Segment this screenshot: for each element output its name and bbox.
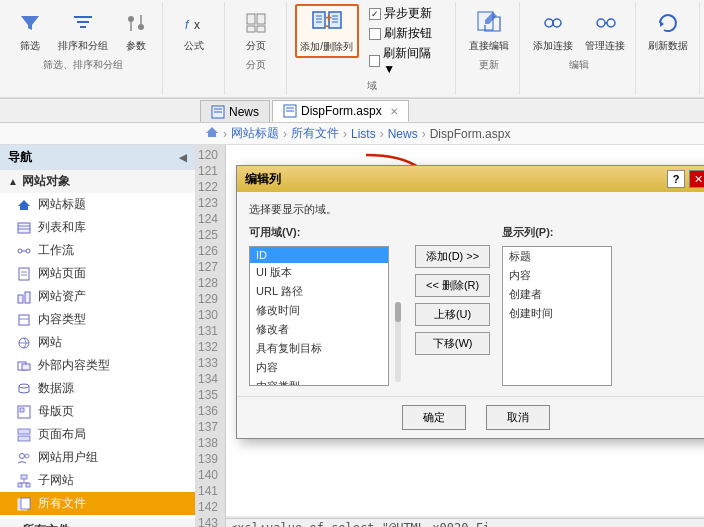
field-ui-version[interactable]: UI 版本 — [250, 263, 388, 282]
list-icon — [16, 220, 32, 236]
params-button[interactable]: 参数 — [115, 4, 157, 56]
paginate-button-label: 分页 — [246, 39, 266, 53]
move-up-button[interactable]: 上移(U) — [415, 303, 490, 326]
connection-group: 添加连接 管理连接 编辑 — [522, 2, 635, 95]
formula-button[interactable]: fx 公式 — [173, 4, 215, 56]
filter-button[interactable]: 筛选 — [9, 4, 51, 56]
svg-text:-: - — [325, 19, 329, 33]
assets-icon — [16, 289, 32, 305]
news-tab-icon — [211, 105, 225, 119]
dialog-close-button[interactable]: ✕ — [689, 170, 704, 188]
svg-rect-13 — [313, 12, 325, 28]
nav-item-site-users[interactable]: 网站用户组 — [0, 446, 195, 469]
files-icon — [16, 496, 32, 512]
svg-rect-46 — [18, 295, 23, 303]
paginate-group-label: 分页 — [246, 58, 266, 72]
nav-item-site-users-label: 网站用户组 — [38, 449, 98, 466]
main-area: 导航 ◀ ▲ 网站对象 网站标题 列表和库 — [0, 145, 704, 527]
nav-item-site-assets-label: 网站资产 — [38, 288, 86, 305]
field-modified[interactable]: 修改时间 — [250, 301, 388, 320]
svg-rect-53 — [22, 364, 30, 370]
dialog-body: 选择要显示的域。 可用域(V): ID UI 版本 URL 路径 修改时间 — [237, 192, 704, 396]
nav-item-ext-content-label: 外部内容类型 — [38, 357, 110, 374]
news-tab[interactable]: News — [200, 100, 270, 122]
breadcrumb-item-1[interactable]: 所有文件 — [291, 125, 339, 142]
breadcrumb-item-3[interactable]: News — [388, 127, 418, 141]
add-conn-button-label: 添加连接 — [533, 39, 573, 53]
direct-edit-icon — [473, 7, 505, 39]
nav-item-lists[interactable]: 列表和库 — [0, 216, 195, 239]
async-update-checkbox[interactable]: ✓ 异步更新 — [365, 4, 450, 23]
formula-icon: fx — [178, 7, 210, 39]
disp-field-content[interactable]: 内容 — [503, 266, 611, 285]
nav-item-content-types[interactable]: 内容类型 — [0, 308, 195, 331]
svg-point-60 — [25, 454, 29, 458]
nav-item-all-files-label: 所有文件 — [38, 495, 86, 512]
add-del-icon: + - — [311, 8, 343, 40]
manage-conn-button-label: 管理连接 — [585, 39, 625, 53]
remove-button[interactable]: << 删除(R) — [415, 274, 490, 297]
subsite-icon — [16, 473, 32, 489]
breadcrumb: › 网站标题 › 所有文件 › Lists › News › DispForm.… — [0, 123, 704, 145]
svg-point-40 — [18, 249, 22, 253]
dispform-tab[interactable]: DispForm.aspx ✕ — [272, 100, 409, 122]
nav-item-website[interactable]: 网站 — [0, 331, 195, 354]
field-content-type[interactable]: 内容类型 — [250, 377, 388, 386]
sort-button[interactable]: 排序和分组 — [53, 4, 113, 56]
add-del-button[interactable]: + - 添加/删除列 — [295, 4, 359, 58]
move-down-button[interactable]: 下移(W) — [415, 332, 490, 355]
field-url-path[interactable]: URL 路径 — [250, 282, 388, 301]
svg-rect-62 — [18, 483, 22, 487]
nav-item-ext-content[interactable]: 外部内容类型 — [0, 354, 195, 377]
svg-rect-69 — [395, 302, 401, 322]
sort-button-label: 排序和分组 — [58, 39, 108, 53]
field-copy-target[interactable]: 具有复制目标 — [250, 339, 388, 358]
field-id[interactable]: ID — [250, 247, 388, 263]
filter-sort-group: 筛选 排序和分组 参数 筛选、排序和分组 — [4, 2, 163, 95]
svg-rect-1 — [77, 21, 89, 23]
direct-edit-button[interactable]: 直接编辑 — [464, 4, 514, 56]
ok-button[interactable]: 确定 — [402, 405, 466, 430]
svg-rect-9 — [247, 14, 255, 24]
nav-section1-toggle[interactable]: ▲ — [8, 176, 18, 187]
breadcrumb-item-2[interactable]: Lists — [351, 127, 376, 141]
nav-item-page-layout[interactable]: 页面布局 — [0, 423, 195, 446]
dialog-help-button[interactable]: ? — [667, 170, 685, 188]
field-modifier[interactable]: 修改者 — [250, 320, 388, 339]
refresh-interval-check-icon — [369, 55, 381, 67]
refresh-btn-label: 刷新按钮 — [384, 25, 432, 42]
direct-edit-button-label: 直接编辑 — [469, 39, 509, 53]
manage-conn-button[interactable]: 管理连接 — [580, 4, 630, 56]
disp-field-title[interactable]: 标题 — [503, 247, 611, 266]
dialog-footer: 确定 取消 — [237, 396, 704, 438]
svg-point-24 — [545, 19, 553, 27]
refresh-interval-checkbox[interactable]: 刷新间隔 ▼ — [365, 44, 450, 77]
display-fields-list[interactable]: 标题 内容 创建者 创建时间 — [502, 246, 612, 386]
pagination-group: 分页 分页 — [227, 2, 287, 95]
nav-item-all-files[interactable]: 所有文件 — [0, 492, 195, 515]
add-button[interactable]: 添加(D) >> — [415, 245, 490, 268]
add-conn-button[interactable]: 添加连接 — [528, 4, 578, 56]
breadcrumb-item-0[interactable]: 网站标题 — [231, 125, 279, 142]
disp-field-creator[interactable]: 创建者 — [503, 285, 611, 304]
data-icon — [16, 381, 32, 397]
paginate-button[interactable]: 分页 — [235, 4, 277, 56]
refresh-btn-checkbox[interactable]: 刷新按钮 — [365, 24, 450, 43]
refresh-data-button[interactable]: 刷新数据 — [643, 4, 693, 56]
nav-item-workflow[interactable]: 工作流 — [0, 239, 195, 262]
dispform-tab-close[interactable]: ✕ — [390, 106, 398, 117]
field-content[interactable]: 内容 — [250, 358, 388, 377]
edit-columns-dialog: 编辑列 ? ✕ 选择要显示的域。 可用域(V): — [236, 165, 704, 439]
cancel-button[interactable]: 取消 — [486, 405, 550, 430]
breadcrumb-item-4: DispForm.aspx — [430, 127, 511, 141]
formula-button-label: 公式 — [184, 39, 204, 53]
nav-item-site-title[interactable]: 网站标题 — [0, 193, 195, 216]
nav-item-site-pages[interactable]: 网站页面 — [0, 262, 195, 285]
nav-item-master-page[interactable]: 母版页 — [0, 400, 195, 423]
disp-field-created-time[interactable]: 创建时间 — [503, 304, 611, 323]
nav-item-datasource[interactable]: 数据源 — [0, 377, 195, 400]
nav-item-site-assets[interactable]: 网站资产 — [0, 285, 195, 308]
nav-item-subsite[interactable]: 子网站 — [0, 469, 195, 492]
available-fields-list[interactable]: ID UI 版本 URL 路径 修改时间 修改者 具有复制目标 内容 内容类型 … — [249, 246, 389, 386]
nav-toggle-icon[interactable]: ◀ — [179, 152, 187, 163]
